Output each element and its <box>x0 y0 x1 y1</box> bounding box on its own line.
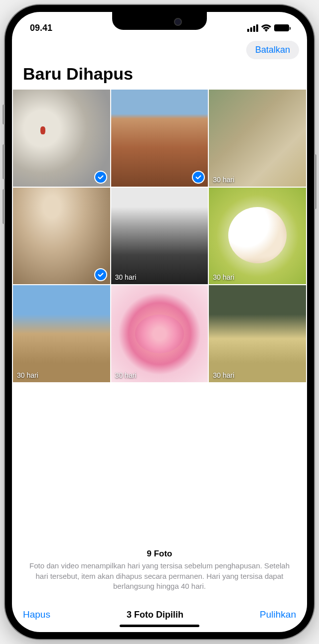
photo-thumbnail[interactable] <box>13 188 110 285</box>
volume-up-button <box>2 144 5 179</box>
info-description: Foto dan video menampilkan hari yang ter… <box>27 561 292 591</box>
bottom-toolbar: Hapus 3 Foto Dipilih Pulihkan <box>12 601 307 632</box>
days-remaining-label: 30 hari <box>115 273 137 281</box>
days-remaining-label: 30 hari <box>213 371 234 379</box>
wifi-icon <box>261 24 271 32</box>
home-indicator[interactable] <box>120 625 199 627</box>
days-remaining-label: 30 hari <box>213 176 234 184</box>
battery-icon <box>274 24 289 31</box>
power-button <box>314 154 317 209</box>
photo-image <box>111 285 208 382</box>
screen: 09.41 Batalkan Baru Dihapus <box>12 12 307 632</box>
photo-thumbnail[interactable]: 30 hari <box>111 188 208 285</box>
photo-image <box>13 188 110 285</box>
photo-thumbnail[interactable] <box>13 90 110 187</box>
days-remaining-label: 30 hari <box>17 371 38 379</box>
silent-switch <box>2 105 5 124</box>
photo-image <box>13 90 110 187</box>
days-remaining-label: 30 hari <box>115 371 137 379</box>
photo-thumbnail[interactable]: 30 hari <box>13 285 110 382</box>
volume-down-button <box>2 189 5 224</box>
photo-thumbnail[interactable]: 30 hari <box>209 90 306 187</box>
photo-thumbnail[interactable]: 30 hari <box>209 285 306 382</box>
photo-image <box>209 285 306 382</box>
navigation-bar: Batalkan <box>12 37 307 64</box>
status-time: 09.41 <box>30 23 52 33</box>
cancel-button[interactable]: Batalkan <box>246 41 299 59</box>
notch <box>112 12 207 30</box>
photo-count-label: 9 Foto <box>147 549 172 559</box>
photo-thumbnail[interactable]: 30 hari <box>111 285 208 382</box>
photo-thumbnail[interactable] <box>111 90 208 187</box>
selected-checkmark-icon <box>94 171 107 184</box>
delete-button[interactable]: Hapus <box>23 609 50 620</box>
cellular-signal-icon <box>247 24 258 32</box>
photo-image <box>111 90 208 187</box>
photo-image <box>209 90 306 187</box>
photo-thumbnail[interactable]: 30 hari <box>209 188 306 285</box>
status-indicators <box>247 24 289 32</box>
photo-image <box>111 188 208 285</box>
selected-checkmark-icon <box>192 171 205 184</box>
info-section: 9 Foto Foto dan video menampilkan hari y… <box>12 382 307 601</box>
days-remaining-label: 30 hari <box>213 273 234 281</box>
photo-image <box>13 285 110 382</box>
selection-count-label: 3 Foto Dipilih <box>127 610 183 620</box>
selected-checkmark-icon <box>94 268 107 281</box>
photo-image <box>209 188 306 285</box>
photo-grid: 30 hari 30 hari 30 hari 30 hari <box>12 90 307 382</box>
recover-button[interactable]: Pulihkan <box>260 609 296 620</box>
phone-frame: 09.41 Batalkan Baru Dihapus <box>5 5 314 639</box>
page-title: Baru Dihapus <box>12 64 307 90</box>
